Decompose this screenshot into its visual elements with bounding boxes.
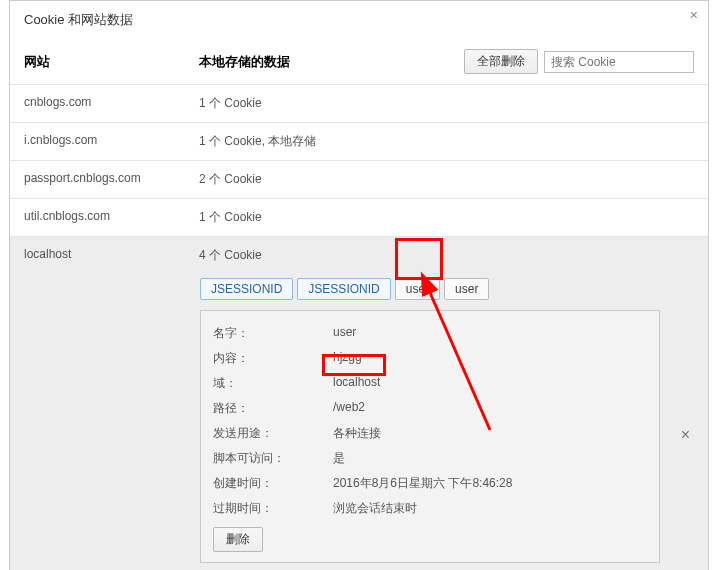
table-row[interactable]: util.cnblogs.com 1 个 Cookie: [10, 198, 708, 236]
cookie-tag[interactable]: user: [395, 278, 440, 300]
delete-cookie-button[interactable]: 删除: [213, 527, 263, 552]
data-cell: 2 个 Cookie: [199, 171, 694, 188]
value-send: 各种连接: [333, 425, 647, 442]
expanded-panel: JSESSIONID JSESSIONID user user 名字：user …: [10, 274, 708, 570]
label-domain: 域：: [213, 375, 333, 392]
site-cell: util.cnblogs.com: [24, 209, 199, 226]
label-send: 发送用途：: [213, 425, 333, 442]
data-cell: 1 个 Cookie: [199, 95, 694, 112]
close-icon[interactable]: ×: [690, 7, 698, 23]
label-name: 名字：: [213, 325, 333, 342]
cookie-detail-box: 名字：user 内容：hjzgg 域：localhost 路径：/web2 发送…: [200, 310, 660, 563]
dialog-header: Cookie 和网站数据 ×: [10, 1, 708, 35]
value-path: /web2: [333, 400, 647, 417]
collapse-icon[interactable]: ×: [681, 426, 690, 444]
cookie-tag[interactable]: JSESSIONID: [297, 278, 390, 300]
dialog-title: Cookie 和网站数据: [24, 11, 694, 29]
label-content: 内容：: [213, 350, 333, 367]
site-cell: cnblogs.com: [24, 95, 199, 112]
column-site: 网站: [24, 53, 199, 71]
column-data: 本地存储的数据: [199, 53, 464, 71]
value-created: 2016年8月6日星期六 下午8:46:28: [333, 475, 647, 492]
table-row[interactable]: cnblogs.com 1 个 Cookie: [10, 84, 708, 122]
label-expires: 过期时间：: [213, 500, 333, 517]
value-domain: localhost: [333, 375, 647, 392]
cookie-dialog: Cookie 和网站数据 × 网站 本地存储的数据 全部删除 cnblogs.c…: [9, 0, 709, 570]
data-cell: 4 个 Cookie: [199, 247, 694, 264]
label-path: 路径：: [213, 400, 333, 417]
data-cell: 1 个 Cookie, 本地存储: [199, 133, 694, 150]
site-cell: localhost: [24, 247, 199, 264]
cookie-tags: JSESSIONID JSESSIONID user user: [200, 274, 694, 310]
cookie-tag-selected[interactable]: user: [444, 278, 489, 300]
cookie-tag[interactable]: JSESSIONID: [200, 278, 293, 300]
value-script: 是: [333, 450, 647, 467]
search-input[interactable]: [544, 51, 694, 73]
value-expires: 浏览会话结束时: [333, 500, 647, 517]
site-cell: passport.cnblogs.com: [24, 171, 199, 188]
table-row-selected[interactable]: localhost 4 个 Cookie: [10, 236, 708, 274]
label-created: 创建时间：: [213, 475, 333, 492]
site-cell: i.cnblogs.com: [24, 133, 199, 150]
value-name: user: [333, 325, 647, 342]
delete-all-button[interactable]: 全部删除: [464, 49, 538, 74]
table-row[interactable]: i.cnblogs.com 1 个 Cookie, 本地存储: [10, 122, 708, 160]
data-cell: 1 个 Cookie: [199, 209, 694, 226]
value-content: hjzgg: [333, 350, 647, 367]
table-row[interactable]: passport.cnblogs.com 2 个 Cookie: [10, 160, 708, 198]
label-script: 脚本可访问：: [213, 450, 333, 467]
header-row: 网站 本地存储的数据 全部删除: [10, 35, 708, 84]
